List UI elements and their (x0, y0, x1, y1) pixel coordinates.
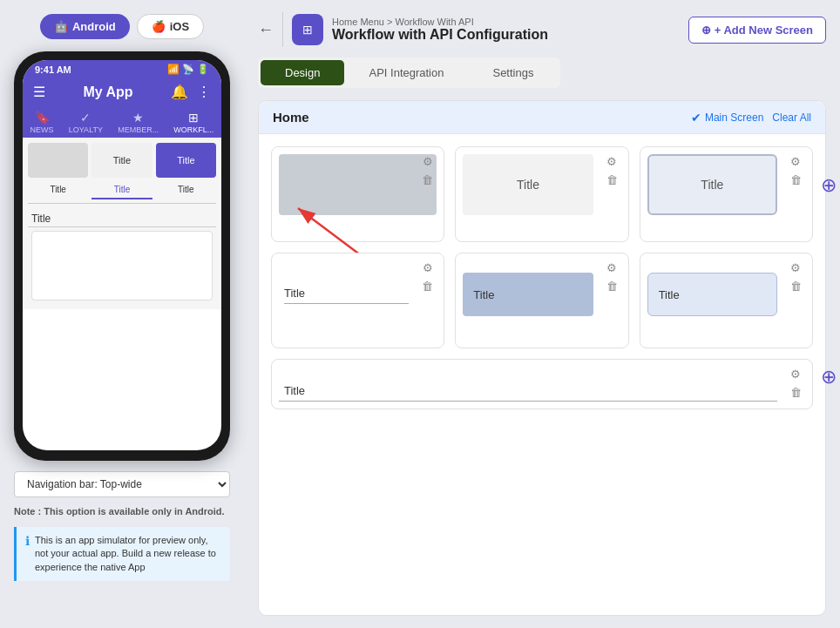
grid-content: ⚙ 🗑 Title ⚙ 🗑 (259, 134, 825, 422)
phone-tile-row: Title Title (28, 143, 216, 178)
main-screen-badge: ✔ Main Screen (691, 111, 763, 125)
phone-header: ☰ My App 🔔 ⋮ (23, 78, 221, 107)
add-label: + Add New Screen (715, 24, 813, 37)
phone-tile-image (28, 143, 88, 178)
card-actions-3: ⚙ 🗑 (787, 154, 805, 187)
card-actions-4: ⚙ 🗑 (418, 260, 437, 294)
card-settings-icon-5[interactable]: ⚙ (603, 260, 620, 275)
member-icon: ★ (132, 111, 144, 125)
nav-item-workflow[interactable]: ⊞ WORKFL... (173, 111, 213, 134)
card-settings-icon-2[interactable]: ⚙ (603, 154, 620, 169)
screen-card-5: Title ⚙ 🗑 (455, 253, 628, 348)
card-actions-5: ⚙ 🗑 (603, 260, 621, 294)
card-wide-underline (279, 401, 777, 402)
phone-section-title: Title (28, 209, 216, 227)
info-description: This is an app simulator for preview onl… (35, 534, 221, 574)
menu-icon[interactable]: ☰ (33, 84, 45, 100)
card-delete-icon-1[interactable]: 🗑 (418, 172, 437, 187)
breadcrumb: Home Menu > Workflow With API (332, 17, 548, 27)
ios-label: iOS (170, 20, 189, 33)
card-filled-title-5: Title (463, 273, 593, 316)
card-settings-icon-1[interactable]: ⚙ (419, 154, 437, 169)
left-panel: 🤖 Android 🍎 iOS 9:41 AM 📶 📡 🔋 ☰ My App (0, 0, 244, 628)
add-new-screen-button[interactable]: ⊕ + Add New Screen (688, 17, 826, 44)
phone-screen: 9:41 AM 📶 📡 🔋 ☰ My App 🔔 ⋮ 🔖 (23, 60, 221, 450)
phone-text-area (31, 231, 213, 300)
nav-label-member: MEMBER... (118, 125, 159, 134)
nav-label-news: NEWS (30, 125, 54, 134)
grid-panel: Home ✔ Main Screen Clear All ⚙ 🗑 (258, 100, 826, 616)
card-settings-icon-6[interactable]: ⚙ (787, 260, 804, 275)
clear-all-button[interactable]: Clear All (772, 111, 811, 124)
screen-card-6: Title ⚙ 🗑 (640, 253, 813, 348)
screen-card-2: Title ⚙ 🗑 (455, 146, 628, 242)
android-button[interactable]: 🤖 Android (40, 14, 130, 39)
phone-frame: 9:41 AM 📶 📡 🔋 ☰ My App 🔔 ⋮ 🔖 (14, 51, 230, 461)
add-icon: ⊕ (701, 24, 711, 37)
phone-tab-1[interactable]: Title (28, 181, 88, 199)
navigation-select[interactable]: Navigation bar: Top-wide Navigation bar:… (14, 471, 230, 497)
android-icon: 🤖 (54, 20, 68, 33)
nav-item-news[interactable]: 🔖 NEWS (30, 111, 54, 134)
card-delete-icon-6[interactable]: 🗑 (787, 279, 805, 294)
info-banner: ℹ This is an app simulator for preview o… (14, 527, 230, 581)
card-delete-icon-3[interactable]: 🗑 (787, 172, 805, 187)
card-settings-icon-3[interactable]: ⚙ (787, 154, 804, 169)
page-title: Workflow with API Configuration (332, 27, 548, 43)
note-text: Note : This option is available only in … (14, 503, 230, 520)
grid-header-title: Home (273, 110, 309, 125)
card-underline-title-4: Title (279, 260, 409, 304)
header-separator (282, 12, 283, 47)
phone-tab-row: Title Title Title (28, 181, 216, 204)
phone-tile-title-1[interactable]: Title (91, 143, 152, 178)
phone-tile-title-2[interactable]: Title (156, 143, 216, 178)
grid-header-right: ✔ Main Screen Clear All (691, 111, 811, 125)
card-wide-title: Title (279, 367, 777, 401)
card-actions-6: ⚙ 🗑 (787, 260, 805, 294)
side-add-top-button[interactable]: ⊕ (821, 174, 837, 197)
card-delete-icon-2[interactable]: 🗑 (603, 172, 621, 187)
info-icon: ℹ (25, 534, 30, 548)
grid-header: Home ✔ Main Screen Clear All (259, 101, 825, 134)
card-underline-4 (284, 303, 409, 304)
tab-settings[interactable]: Settings (468, 60, 558, 85)
signal-icon: 📡 (182, 64, 194, 75)
workflow-icon: ⊞ (188, 111, 199, 125)
right-panel: ← ⊞ Home Menu > Workflow With API Workfl… (244, 0, 840, 628)
phone-nav-bar: 🔖 NEWS ✓ LOYALTY ★ MEMBER... ⊞ WORKFL... (23, 107, 221, 138)
phone-tab-3[interactable]: Title (156, 181, 216, 199)
screen-card-4: Title ⚙ 🗑 (271, 253, 444, 348)
card-delete-icon-4[interactable]: 🗑 (418, 279, 437, 294)
phone-content: Title Title Title Title Title Title (23, 138, 221, 309)
check-icon: ✔ (691, 111, 701, 125)
card-actions-wide: ⚙ 🗑 (787, 367, 805, 400)
breadcrumb-area: Home Menu > Workflow With API Workflow w… (332, 17, 548, 43)
main-screen-label: Main Screen (705, 111, 763, 124)
nav-label-workflow: WORKFL... (173, 125, 213, 134)
card-settings-icon-4[interactable]: ⚙ (419, 260, 437, 275)
nav-label-loyalty: LOYALTY (69, 125, 103, 134)
header-action-icons: 🔔 ⋮ (171, 84, 211, 100)
side-add-bottom-button[interactable]: ⊕ (821, 366, 837, 388)
back-button[interactable]: ← (258, 21, 274, 39)
nav-item-loyalty[interactable]: ✓ LOYALTY (69, 111, 103, 134)
card-settings-icon-wide[interactable]: ⚙ (787, 367, 804, 382)
bottom-controls: Navigation bar: Top-wide Navigation bar:… (14, 471, 230, 581)
ios-button[interactable]: 🍎 iOS (137, 14, 204, 39)
top-bar: ← ⊞ Home Menu > Workflow With API Workfl… (258, 12, 826, 47)
card-actions-1: ⚙ 🗑 (418, 154, 437, 187)
card-center-title-2: Title (463, 154, 593, 215)
more-icon[interactable]: ⋮ (197, 84, 211, 100)
phone-tab-2[interactable]: Title (91, 181, 152, 199)
nav-item-member[interactable]: ★ MEMBER... (118, 111, 159, 134)
news-icon: 🔖 (35, 111, 50, 125)
card-delete-icon-5[interactable]: 🗑 (603, 279, 621, 294)
tab-design[interactable]: Design (261, 60, 344, 85)
notification-icon[interactable]: 🔔 (171, 84, 188, 100)
battery-icon: 🔋 (197, 64, 209, 75)
tab-api-integration[interactable]: API Integration (344, 60, 468, 85)
card-delete-icon-wide[interactable]: 🗑 (787, 385, 805, 400)
status-icons: 📶 📡 🔋 (167, 64, 209, 75)
wifi-icon: 📶 (167, 64, 180, 75)
card-bordered-title-6: Title (647, 273, 777, 316)
